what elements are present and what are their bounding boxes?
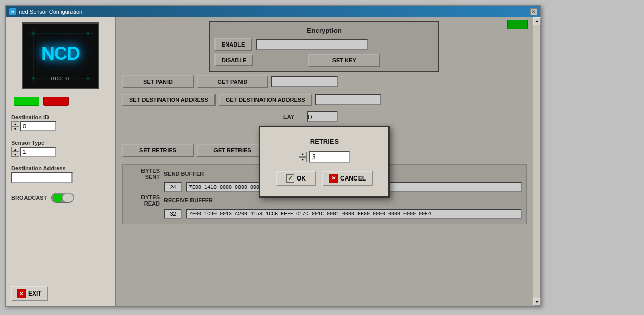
cancel-x-icon: ✕ xyxy=(329,174,338,183)
retries-modal: RETRIES ▲ ▼ ✓ OK ✕ xyxy=(259,126,390,198)
scroll-up-button[interactable]: ▲ xyxy=(533,17,541,25)
titlebar-left: N ncd Sensor Configuration xyxy=(9,8,82,15)
scroll-track xyxy=(533,25,540,298)
modal-cancel-label: CANCEL xyxy=(340,175,366,182)
close-button[interactable]: ✕ xyxy=(530,8,537,15)
main-window: N ncd Sensor Configuration ✕ xyxy=(5,5,541,307)
modal-overlay: RETRIES ▲ ▼ ✓ OK ✕ xyxy=(116,17,533,306)
modal-buttons: ✓ OK ✕ CANCEL xyxy=(276,171,373,186)
destination-id-group: Destination ID ▲ ▼ xyxy=(11,114,110,131)
destination-address-field[interactable] xyxy=(11,172,73,183)
modal-ok-label: OK xyxy=(297,175,306,182)
modal-cancel-button[interactable]: ✕ CANCEL xyxy=(322,171,373,186)
status-light-green xyxy=(14,97,39,106)
exit-button[interactable]: ✕ EXIT xyxy=(11,286,48,301)
logo-letters: NCD xyxy=(41,43,80,64)
destination-address-label: Destination Address xyxy=(11,165,110,171)
svg-point-6 xyxy=(32,77,35,80)
destination-id-spinner: ▲ ▼ xyxy=(11,121,19,131)
broadcast-toggle[interactable] xyxy=(51,193,74,203)
sensor-type-down[interactable]: ▼ xyxy=(11,152,19,157)
app-icon: N xyxy=(9,8,16,15)
modal-spinner: ▲ ▼ xyxy=(299,152,307,162)
sensor-type-group: Sensor Type ▲ ▼ xyxy=(11,140,110,157)
sensor-type-label: Sensor Type xyxy=(11,140,110,146)
status-lights xyxy=(14,97,110,106)
svg-point-7 xyxy=(86,77,89,80)
destination-id-label: Destination ID xyxy=(11,114,110,120)
titlebar: N ncd Sensor Configuration ✕ xyxy=(6,6,540,17)
vertical-scrollbar: ▲ ▼ xyxy=(533,17,540,306)
exit-label: EXIT xyxy=(28,290,42,297)
modal-spin-up[interactable]: ▲ xyxy=(299,152,307,157)
logo-box: NCD ncd.io xyxy=(22,22,99,89)
destination-id-input-row: ▲ ▼ xyxy=(11,121,110,131)
logo-ncdio: ncd.io xyxy=(51,75,70,82)
destination-id-down[interactable]: ▼ xyxy=(11,126,19,131)
sidebar: NCD ncd.io Destination ID ▲ ▼ xyxy=(6,17,116,306)
window-body: NCD ncd.io Destination ID ▲ ▼ xyxy=(6,17,540,306)
destination-id-field[interactable] xyxy=(20,121,56,131)
sensor-type-input-row: ▲ ▼ xyxy=(11,147,110,157)
exit-icon: ✕ xyxy=(17,289,26,298)
ok-check-icon: ✓ xyxy=(286,174,294,183)
scroll-down-button[interactable]: ▼ xyxy=(533,298,541,306)
broadcast-label: BROADCAST xyxy=(11,195,47,201)
modal-spin-down[interactable]: ▼ xyxy=(299,157,307,162)
svg-point-4 xyxy=(32,32,35,35)
modal-title: RETRIES xyxy=(276,138,373,145)
main-area: Encryption ENABLE DISABLE SET KEY SET PA… xyxy=(116,17,533,306)
svg-point-5 xyxy=(86,32,89,35)
destination-address-group: Destination Address xyxy=(11,165,110,183)
modal-value-input[interactable] xyxy=(309,151,350,163)
sensor-type-up[interactable]: ▲ xyxy=(11,147,19,152)
sensor-type-spinner: ▲ ▼ xyxy=(11,147,19,157)
modal-input-row: ▲ ▼ xyxy=(276,151,373,163)
destination-id-up[interactable]: ▲ xyxy=(11,121,19,126)
toggle-indicator xyxy=(53,194,63,202)
modal-ok-button[interactable]: ✓ OK xyxy=(276,171,316,186)
status-light-red xyxy=(43,97,69,106)
window-title: ncd Sensor Configuration xyxy=(19,9,82,15)
broadcast-row: BROADCAST xyxy=(11,193,110,203)
sensor-type-field[interactable] xyxy=(20,147,56,157)
toggle-knob xyxy=(62,193,74,202)
